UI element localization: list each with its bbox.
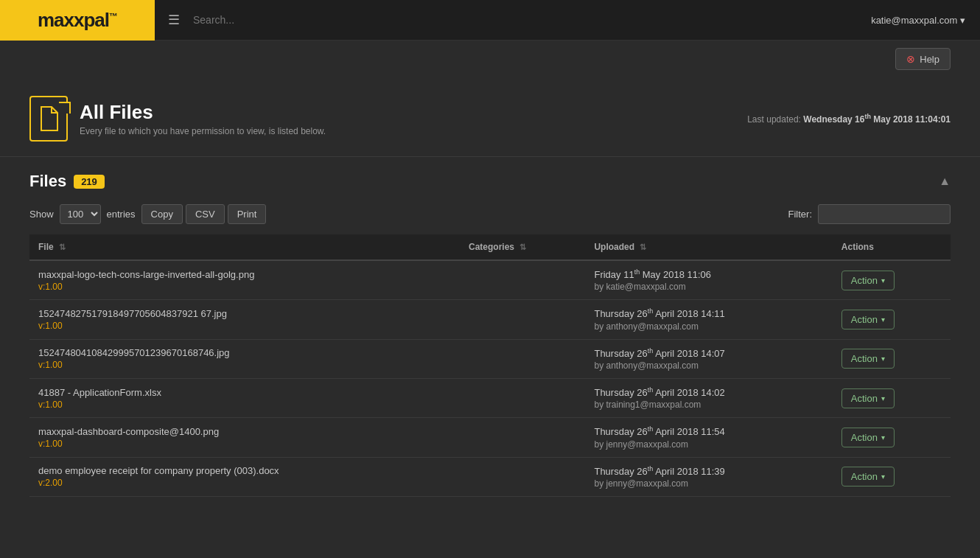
upload-by-1: by anthony@maxxpal.com [594,321,823,332]
cell-uploaded-1: Thursday 26th April 2018 14:11 by anthon… [585,300,832,339]
search-input[interactable] [193,14,414,26]
top-navigation: maxxpal™ ☰ katie@maxxpal.com ▾ [0,0,980,41]
action-caret-icon-3: ▾ [881,394,885,402]
cell-categories-4 [460,418,585,457]
search-area [193,14,856,26]
file-sort-icon[interactable]: ⇅ [59,243,66,251]
toolbar-buttons: Copy CSV Print [141,204,267,224]
cell-file-4: maxxpal-dashboard-composite@1400.png v:1… [29,418,460,457]
categories-sort-icon[interactable]: ⇅ [519,243,526,251]
page-icon [29,96,68,142]
toolbar-left: Show 100 25 50 200 entries Copy CSV Prin… [29,204,266,224]
cell-categories-3 [460,378,585,417]
upload-by-0: by katie@maxxpal.com [594,282,823,292]
cell-action-1: Action ▾ [833,300,951,339]
hamburger-button[interactable]: ☰ [155,12,193,28]
collapse-icon[interactable]: ▲ [939,175,951,188]
page-header: All Files Every file to which you have p… [0,77,980,157]
help-label: Help [920,54,939,65]
file-name-3: 41887 - ApplicationForm.xlsx [38,387,451,398]
files-count-badge: 219 [74,175,105,189]
content-wrapper: Files 219 ▲ Show 100 25 50 200 entries C… [0,157,980,558]
table-row: maxxpal-logo-tech-cons-large-inverted-al… [29,260,951,300]
file-name-2: 152474804108429995701239670168746.jpg [38,347,451,358]
table-row: demo employee receipt for company proper… [29,457,951,496]
cell-categories-1 [460,300,585,339]
action-caret-icon-0: ▾ [881,276,885,285]
page-title-block: All Files Every file to which you have p… [80,101,326,136]
page-header-left: All Files Every file to which you have p… [29,96,326,142]
last-updated-value: Wednesday 16th May 2018 11:04:01 [803,114,951,125]
col-categories: Categories ⇅ [460,234,585,260]
cell-uploaded-2: Thursday 26th April 2018 14:07 by anthon… [585,339,832,378]
section-title: Files 219 [29,172,105,191]
action-button-1[interactable]: Action ▾ [841,310,895,329]
file-name-5: demo employee receipt for company proper… [38,465,451,476]
entries-label: entries [107,209,136,220]
user-email: katie@maxxpal.com [871,15,957,26]
cell-file-0: maxxpal-logo-tech-cons-large-inverted-al… [29,260,460,300]
file-version-4: v:1.00 [38,439,451,449]
file-version-3: v:1.00 [38,400,451,410]
file-version-0: v:1.00 [38,282,451,292]
col-uploaded: Uploaded ⇅ [585,234,832,260]
upload-date-1: Thursday 26th April 2018 14:11 [594,307,823,319]
file-name-4: maxxpal-dashboard-composite@1400.png [38,426,451,437]
action-button-5[interactable]: Action ▾ [841,467,895,486]
user-menu[interactable]: katie@maxxpal.com ▾ [856,15,980,26]
cell-categories-2 [460,339,585,378]
last-updated-label: Last updated: [747,114,801,125]
cell-uploaded-3: Thursday 26th April 2018 14:02 by traini… [585,378,832,417]
table-row: 152474827517918497705604837921 67.jpg v:… [29,300,951,339]
page-subtitle: Every file to which you have permission … [80,126,326,136]
help-button[interactable]: ⊗ Help [895,48,951,70]
page-meta: Last updated: Wednesday 16th May 2018 11… [747,113,951,125]
upload-date-3: Thursday 26th April 2018 14:02 [594,386,823,398]
action-caret-icon-4: ▾ [881,433,885,442]
help-bar: ⊗ Help [0,41,980,77]
cell-file-3: 41887 - ApplicationForm.xlsx v:1.00 [29,378,460,417]
cell-action-2: Action ▾ [833,339,951,378]
action-caret-icon-1: ▾ [881,315,885,324]
cell-action-0: Action ▾ [833,260,951,300]
file-name-0: maxxpal-logo-tech-cons-large-inverted-al… [38,269,451,280]
cell-action-4: Action ▾ [833,418,951,457]
copy-button[interactable]: Copy [141,204,183,224]
entries-select[interactable]: 100 25 50 200 [60,204,101,224]
table-body: maxxpal-logo-tech-cons-large-inverted-al… [29,260,951,496]
action-button-3[interactable]: Action ▾ [841,388,895,408]
cell-action-3: Action ▾ [833,378,951,417]
table-header: File ⇅ Categories ⇅ Uploaded ⇅ Actions [29,234,951,260]
upload-by-2: by anthony@maxxpal.com [594,360,823,371]
table-row: 152474804108429995701239670168746.jpg v:… [29,339,951,378]
cell-categories-0 [460,260,585,300]
upload-date-5: Thursday 26th April 2018 11:39 [594,465,823,477]
files-table: File ⇅ Categories ⇅ Uploaded ⇅ Actions m… [29,234,951,497]
cell-action-5: Action ▾ [833,457,951,496]
upload-date-2: Thursday 26th April 2018 14:07 [594,347,823,359]
cell-file-2: 152474804108429995701239670168746.jpg v:… [29,339,460,378]
action-button-0[interactable]: Action ▾ [841,271,895,290]
cell-categories-5 [460,457,585,496]
print-button[interactable]: Print [228,204,267,224]
filter-label: Filter: [788,209,813,220]
cell-uploaded-4: Thursday 26th April 2018 11:54 by jenny@… [585,418,832,457]
table-row: maxxpal-dashboard-composite@1400.png v:1… [29,418,951,457]
cell-file-1: 152474827517918497705604837921 67.jpg v:… [29,300,460,339]
file-version-2: v:1.00 [38,360,451,370]
action-button-4[interactable]: Action ▾ [841,428,895,447]
user-caret-icon: ▾ [960,15,965,26]
cell-file-5: demo employee receipt for company proper… [29,457,460,496]
file-version-1: v:1.00 [38,321,451,331]
main-content: Files 219 ▲ Show 100 25 50 200 entries C… [0,157,980,512]
toolbar-right: Filter: [788,204,951,224]
cell-uploaded-5: Thursday 26th April 2018 11:39 by jenny@… [585,457,832,496]
filter-input[interactable] [818,204,951,224]
csv-button[interactable]: CSV [186,204,225,224]
upload-date-0: Friday 11th May 2018 11:06 [594,268,823,280]
uploaded-sort-icon[interactable]: ⇅ [640,243,646,251]
action-button-2[interactable]: Action ▾ [841,349,895,369]
show-label: Show [29,209,54,220]
help-circle-icon: ⊗ [906,53,915,65]
toolbar: Show 100 25 50 200 entries Copy CSV Prin… [29,204,951,224]
